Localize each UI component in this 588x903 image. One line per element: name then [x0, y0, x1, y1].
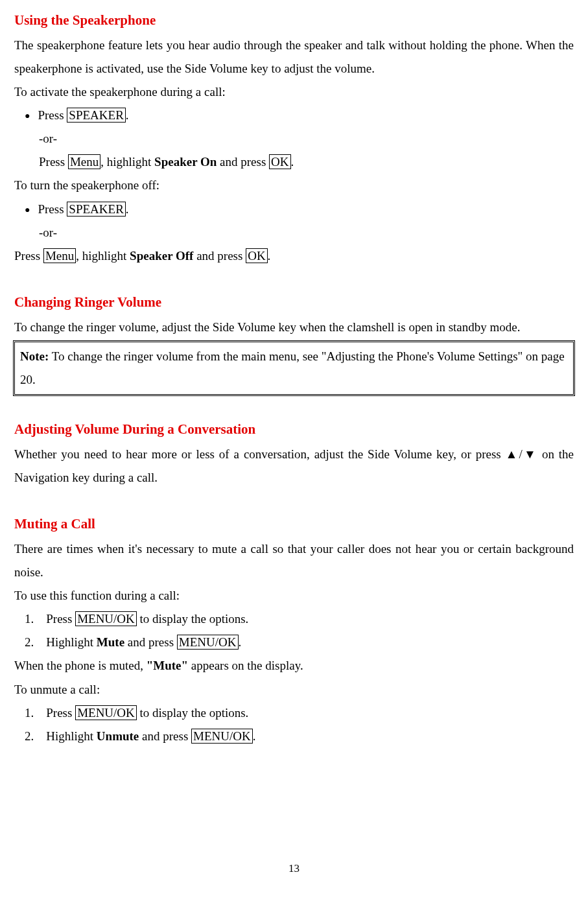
- heading-speakerphone: Using the Speakerphone: [14, 8, 574, 34]
- note-label: Note:: [20, 349, 49, 363]
- text: When the phone is muted,: [14, 659, 147, 672]
- text: Press: [38, 202, 67, 216]
- bold-unmute: Unmute: [97, 729, 139, 743]
- para-activate-instruction: To activate the speakerphone during a ca…: [14, 80, 574, 104]
- key-menu-ok: MENU/OK: [75, 705, 137, 720]
- bold-speaker-off: Speaker Off: [130, 249, 193, 263]
- heading-muting: Muting a Call: [14, 511, 574, 537]
- bullet-press-speaker-2: Press SPEAKER.: [14, 198, 574, 221]
- text: Press: [46, 706, 75, 720]
- step-mute-2: 2. Highlight Mute and press MENU/OK.: [14, 631, 574, 654]
- text: .: [239, 635, 242, 649]
- text: .: [126, 202, 129, 216]
- text: and press: [139, 729, 191, 743]
- note-box: Note: To change the ringer volume from t…: [14, 342, 574, 395]
- bold-speaker-on: Speaker On: [154, 155, 217, 169]
- text: Press: [14, 249, 43, 263]
- key-speaker: SPEAKER: [67, 108, 125, 123]
- key-ok: OK: [246, 248, 267, 263]
- page-number: 13: [14, 858, 574, 879]
- text: Press: [39, 155, 68, 169]
- line-menu-speaker-off: Press Menu, highlight Speaker Off and pr…: [14, 244, 574, 268]
- num: 1.: [25, 706, 34, 720]
- para-ringer-volume: To change the ringer volume, adjust the …: [14, 316, 574, 339]
- key-menu-ok: MENU/OK: [75, 611, 137, 626]
- step-unmute-2: 2. Highlight Unmute and press MENU/OK.: [14, 725, 574, 748]
- key-ok: OK: [269, 154, 290, 169]
- bold-mute: Mute: [97, 635, 124, 649]
- heading-ringer-volume: Changing Ringer Volume: [14, 290, 574, 316]
- note-text: To change the ringer volume from the mai…: [20, 349, 565, 386]
- para-speakerphone-intro: The speakerphone feature lets you hear a…: [14, 34, 574, 80]
- para-unmute-instruction: To unmute a call:: [14, 678, 574, 701]
- text: Highlight: [46, 635, 97, 649]
- text: to display the options.: [137, 612, 249, 626]
- bold-mute-quoted: "Mute": [147, 659, 188, 672]
- step-unmute-1: 1. Press MENU/OK to display the options.: [14, 701, 574, 725]
- text: Highlight: [46, 729, 97, 743]
- para-adjust-volume: Whether you need to hear more or less of…: [14, 443, 574, 489]
- or-divider-2: -or-: [14, 221, 574, 244]
- key-speaker: SPEAKER: [67, 202, 125, 217]
- bullet-press-speaker-1: Press SPEAKER.: [14, 104, 574, 127]
- text: .: [291, 155, 294, 169]
- step-mute-1: 1. Press MENU/OK to display the options.: [14, 607, 574, 631]
- num: 1.: [25, 612, 34, 626]
- key-menu-ok: MENU/OK: [177, 635, 239, 650]
- key-menu: Menu: [68, 154, 100, 169]
- text: Press: [38, 108, 67, 122]
- heading-adjust-volume: Adjusting Volume During a Conversation: [14, 417, 574, 443]
- text: appears on the display.: [188, 659, 303, 672]
- text: and press: [193, 249, 246, 263]
- text: Press: [46, 612, 75, 626]
- para-mute-display: When the phone is muted, "Mute" appears …: [14, 654, 574, 677]
- text: .: [126, 108, 129, 122]
- key-menu: Menu: [43, 248, 76, 263]
- num: 2.: [25, 729, 34, 743]
- text: and press: [124, 635, 177, 649]
- text: and press: [217, 155, 269, 169]
- line-menu-speaker-on: Press Menu, highlight Speaker On and pre…: [14, 150, 574, 174]
- num: 2.: [25, 635, 34, 649]
- para-muting-intro: There are times when it's necessary to m…: [14, 537, 574, 584]
- or-divider-1: -or-: [14, 127, 574, 150]
- text: .: [253, 729, 256, 743]
- text: , highlight: [76, 249, 130, 263]
- para-mute-instruction: To use this function during a call:: [14, 584, 574, 607]
- key-menu-ok: MENU/OK: [191, 729, 253, 744]
- text: .: [268, 249, 271, 263]
- text: to display the options.: [137, 706, 249, 720]
- text: , highlight: [100, 155, 154, 169]
- para-turnoff-instruction: To turn the speakerphone off:: [14, 174, 574, 197]
